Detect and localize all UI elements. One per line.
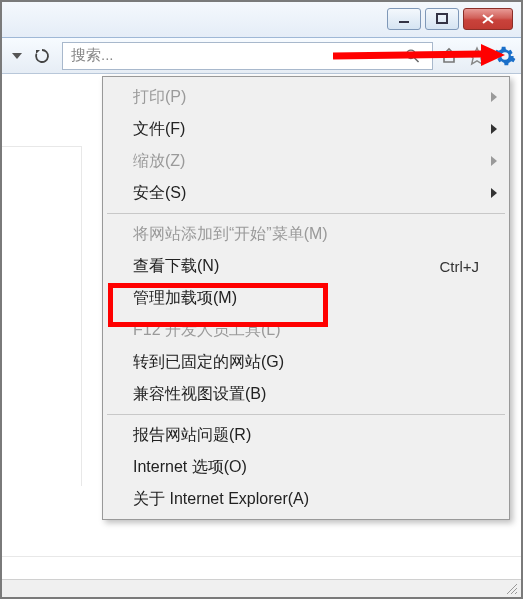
svg-marker-5 bbox=[36, 50, 40, 54]
svg-point-6 bbox=[407, 50, 415, 58]
svg-line-7 bbox=[414, 57, 418, 61]
menu-item-internet-options[interactable]: Internet 选项(O) bbox=[105, 451, 507, 483]
search-icon bbox=[405, 47, 420, 65]
svg-marker-15 bbox=[491, 188, 497, 198]
menu-item-manage-addons[interactable]: 管理加载项(M) bbox=[105, 282, 507, 314]
menu-item-view-downloads[interactable]: 查看下载(N) Ctrl+J bbox=[105, 250, 507, 282]
submenu-arrow-icon bbox=[491, 152, 497, 170]
maximize-button[interactable] bbox=[425, 8, 459, 30]
menu-label: 转到已固定的网站(G) bbox=[133, 352, 284, 373]
submenu-arrow-icon bbox=[491, 184, 497, 202]
back-dropdown-button[interactable] bbox=[6, 43, 28, 69]
svg-marker-9 bbox=[469, 48, 486, 64]
refresh-button[interactable] bbox=[30, 43, 54, 69]
tools-button[interactable] bbox=[493, 44, 517, 68]
search-placeholder: 搜索... bbox=[71, 46, 114, 65]
svg-marker-14 bbox=[491, 156, 497, 166]
svg-marker-8 bbox=[422, 53, 429, 58]
menu-item-goto-pinned[interactable]: 转到已固定的网站(G) bbox=[105, 346, 507, 378]
menu-item-file[interactable]: 文件(F) bbox=[105, 113, 507, 145]
menu-item-compat-view[interactable]: 兼容性视图设置(B) bbox=[105, 378, 507, 410]
menu-item-safety[interactable]: 安全(S) bbox=[105, 177, 507, 209]
refresh-icon bbox=[33, 47, 51, 65]
submenu-arrow-icon bbox=[491, 120, 497, 138]
menu-label: 将网站添加到“开始”菜单(M) bbox=[133, 224, 328, 245]
tools-menu: 打印(P) 文件(F) 缩放(Z) 安全(S) 将网站添加到“开始”菜单(M) … bbox=[102, 76, 510, 520]
menu-label: 关于 Internet Explorer(A) bbox=[133, 489, 309, 510]
home-icon bbox=[439, 46, 459, 66]
svg-marker-13 bbox=[491, 124, 497, 134]
menu-label: 文件(F) bbox=[133, 119, 185, 140]
status-bar bbox=[2, 579, 521, 597]
minimize-icon bbox=[398, 13, 410, 25]
menu-label: 报告网站问题(R) bbox=[133, 425, 251, 446]
submenu-arrow-icon bbox=[491, 88, 497, 106]
minimize-button[interactable] bbox=[387, 8, 421, 30]
svg-line-18 bbox=[515, 592, 517, 594]
content-pane bbox=[2, 146, 82, 486]
menu-label: 查看下载(N) bbox=[133, 256, 219, 277]
svg-rect-0 bbox=[399, 21, 409, 23]
menu-item-f12-tools[interactable]: F12 开发人员工具(L) bbox=[105, 314, 507, 346]
toolbar-icon-cluster bbox=[437, 44, 517, 68]
browser-toolbar: 搜索... bbox=[0, 38, 523, 74]
svg-marker-12 bbox=[491, 92, 497, 102]
menu-label: 安全(S) bbox=[133, 183, 186, 204]
close-icon bbox=[481, 13, 495, 25]
maximize-icon bbox=[436, 13, 448, 25]
svg-marker-4 bbox=[12, 53, 22, 59]
window-titlebar bbox=[0, 0, 523, 38]
menu-item-print[interactable]: 打印(P) bbox=[105, 81, 507, 113]
search-button[interactable] bbox=[405, 44, 429, 68]
menu-label: Internet 选项(O) bbox=[133, 457, 247, 478]
menu-item-report-problem[interactable]: 报告网站问题(R) bbox=[105, 419, 507, 451]
menu-separator bbox=[107, 414, 505, 415]
menu-label: 管理加载项(M) bbox=[133, 288, 237, 309]
star-icon bbox=[467, 46, 487, 66]
menu-item-about[interactable]: 关于 Internet Explorer(A) bbox=[105, 483, 507, 515]
menu-item-add-to-start[interactable]: 将网站添加到“开始”菜单(M) bbox=[105, 218, 507, 250]
menu-separator bbox=[107, 213, 505, 214]
menu-label: 缩放(Z) bbox=[133, 151, 185, 172]
gear-icon bbox=[494, 45, 516, 67]
favorites-button[interactable] bbox=[465, 44, 489, 68]
home-button[interactable] bbox=[437, 44, 461, 68]
menu-label: 打印(P) bbox=[133, 87, 186, 108]
menu-label: 兼容性视图设置(B) bbox=[133, 384, 266, 405]
chevron-down-icon bbox=[12, 53, 22, 59]
menu-label: F12 开发人员工具(L) bbox=[133, 320, 281, 341]
close-button[interactable] bbox=[463, 8, 513, 30]
chevron-down-icon bbox=[422, 53, 429, 59]
menu-item-zoom[interactable]: 缩放(Z) bbox=[105, 145, 507, 177]
svg-rect-1 bbox=[437, 14, 447, 23]
menu-shortcut: Ctrl+J bbox=[439, 258, 479, 275]
search-input[interactable]: 搜索... bbox=[62, 42, 433, 70]
resize-grip-icon[interactable] bbox=[505, 582, 519, 596]
